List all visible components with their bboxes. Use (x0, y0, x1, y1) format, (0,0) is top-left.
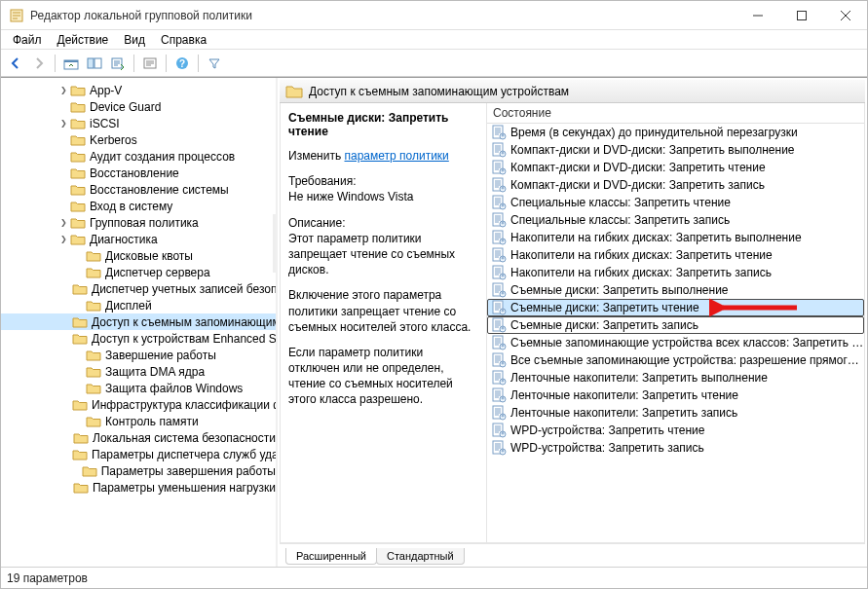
chevron-right-icon[interactable]: ❯ (57, 86, 70, 94)
tree-item[interactable]: Параметры уменьшения нагрузки (1, 479, 276, 496)
tree-item[interactable]: ❯Диагностика (1, 231, 276, 247)
policy-title: Съемные диски: Запретить чтение (288, 111, 476, 138)
policy-icon (491, 335, 507, 350)
folder-icon (70, 150, 86, 164)
tree-item[interactable]: Параметры завершения работы (1, 462, 276, 479)
tree-item[interactable]: Дисковые квоты (1, 247, 276, 264)
tree-item[interactable]: Защита файлов Windows (1, 380, 276, 396)
policy-list[interactable]: Состояние Время (в секундах) до принудит… (487, 103, 864, 542)
folder-icon (73, 431, 89, 445)
policy-item[interactable]: Специальные классы: Запретить запись (487, 211, 864, 229)
folder-icon (285, 84, 303, 99)
policy-label: Ленточные накопители: Запретить чтение (510, 388, 738, 402)
policy-icon (491, 125, 507, 140)
close-button[interactable] (823, 1, 867, 29)
policy-icon (491, 387, 507, 403)
policy-item[interactable]: Компакт-диски и DVD-диски: Запретить зап… (487, 176, 864, 194)
chevron-right-icon[interactable]: ❯ (57, 119, 70, 128)
folder-icon (86, 266, 101, 279)
chevron-right-icon[interactable]: ❯ (57, 235, 70, 243)
tree-item-label: Защита файлов Windows (105, 382, 243, 395)
tree-item[interactable]: ❯Групповая политика (1, 214, 276, 231)
maximize-button[interactable] (779, 1, 823, 29)
menu-view[interactable]: Вид (116, 32, 153, 48)
tree-item[interactable]: ❯App-V (1, 82, 276, 98)
menubar: Файл Действие Вид Справка (1, 30, 867, 50)
folder-icon (70, 166, 86, 180)
menu-action[interactable]: Действие (50, 32, 117, 48)
svg-rect-4 (88, 58, 94, 68)
tab-extended[interactable]: Расширенный (285, 548, 377, 565)
policy-item[interactable]: WPD-устройства: Запретить чтение (487, 422, 864, 439)
folder-icon (70, 233, 86, 246)
policy-item[interactable]: Ленточные накопители: Запретить чтение (487, 387, 864, 404)
tree-item[interactable]: Восстановление системы (1, 181, 276, 198)
svg-rect-5 (94, 58, 101, 68)
policy-item[interactable]: Съемные диски: Запретить выполнение (487, 281, 864, 299)
policy-item[interactable]: Время (в секундах) до принудительной пер… (487, 124, 864, 141)
policy-item[interactable]: Накопители на гибких дисках: Запретить з… (487, 264, 864, 281)
policy-item[interactable]: Компакт-диски и DVD-диски: Запретить вып… (487, 141, 864, 159)
tree-item[interactable]: Доступ к устройствам Enhanced Storage (1, 330, 276, 347)
tree-item[interactable]: Защита DMA ядра (1, 363, 276, 380)
folder-icon (72, 332, 88, 346)
app-icon (9, 8, 24, 23)
tree-item[interactable]: Восстановление (1, 165, 276, 181)
policy-item[interactable]: Компакт-диски и DVD-диски: Запретить чте… (487, 159, 864, 176)
folder-icon (72, 448, 88, 461)
tree-item[interactable]: Kerberos (1, 131, 276, 148)
policy-item[interactable]: WPD-устройства: Запретить запись (487, 439, 864, 457)
tree-item[interactable]: Параметры диспетчера служб удаленных раб… (1, 446, 276, 462)
policy-item[interactable]: Накопители на гибких дисках: Запретить в… (487, 229, 864, 246)
window: Редактор локальной групповой политики Фа… (0, 0, 868, 589)
properties-button[interactable] (139, 53, 161, 74)
nav-forward-button[interactable] (28, 53, 50, 74)
minimize-button[interactable] (736, 1, 779, 29)
tree-item[interactable]: Аудит создания процессов (1, 148, 276, 165)
folder-icon (70, 133, 86, 147)
show-hide-tree-button[interactable] (84, 53, 105, 74)
help-button[interactable]: ? (171, 53, 193, 74)
tree-item[interactable]: Диспетчер сервера (1, 264, 276, 280)
tree-item[interactable]: Доступ к съемным запоминающим устройства… (1, 313, 276, 330)
requirements-label: Требования: (288, 174, 357, 188)
tree-item[interactable]: Завершение работы (1, 347, 276, 363)
tree-item-label: Дисплей (105, 299, 152, 313)
tree-item[interactable]: Вход в систему (1, 198, 276, 214)
policy-label: Накопители на гибких дисках: Запретить в… (510, 231, 802, 244)
policy-item[interactable]: Специальные классы: Запретить чтение (487, 194, 864, 211)
tree-item[interactable]: Инфраструктура классификации файлов (1, 396, 276, 413)
tree-item[interactable]: Дисплей (1, 297, 276, 313)
policy-label: Специальные классы: Запретить запись (510, 213, 730, 227)
tree-item[interactable]: Диспетчер учетных записей безопасности (1, 280, 276, 297)
policy-icon (491, 282, 507, 298)
tab-standard[interactable]: Стандартный (376, 548, 465, 565)
policy-item[interactable]: Съемные диски: Запретить чтение (487, 299, 864, 316)
column-state[interactable]: Состояние (487, 103, 557, 123)
policy-item[interactable]: Ленточные накопители: Запретить выполнен… (487, 369, 864, 387)
tree-item[interactable]: Контроль памяти (1, 413, 276, 429)
tree-item[interactable]: ❯iSCSI (1, 115, 276, 131)
export-button[interactable] (107, 53, 129, 74)
policy-item[interactable]: Съемные запоминающие устройства всех кла… (487, 334, 864, 351)
up-button[interactable] (60, 53, 82, 74)
nav-back-button[interactable] (5, 53, 26, 74)
tree-item[interactable]: Локальная система безопасности (1, 429, 276, 446)
policy-item[interactable]: Все съемные запоминающие устройства: раз… (487, 351, 864, 369)
right-header-title: Доступ к съемным запоминающим устройства… (309, 85, 569, 98)
policy-item[interactable]: Съемные диски: Запретить запись (487, 316, 864, 334)
policy-item[interactable]: Накопители на гибких дисках: Запретить ч… (487, 246, 864, 264)
chevron-right-icon[interactable]: ❯ (57, 218, 70, 227)
menu-help[interactable]: Справка (153, 32, 214, 48)
tabstrip: Расширенный Стандартный (280, 543, 865, 565)
tree-item[interactable]: Device Guard (1, 98, 276, 115)
edit-policy-link[interactable]: параметр политики (344, 149, 448, 163)
policy-label: Съемные диски: Запретить запись (510, 318, 698, 332)
filter-button[interactable] (204, 53, 225, 74)
menu-file[interactable]: Файл (5, 32, 50, 48)
tree-item-label: Вход в систему (90, 200, 172, 213)
policy-item[interactable]: Ленточные накопители: Запретить запись (487, 404, 864, 422)
svg-rect-3 (64, 60, 78, 62)
tree-panel[interactable]: ❯App-VDevice Guard❯iSCSIKerberosАудит со… (1, 78, 278, 567)
policy-label: WPD-устройства: Запретить чтение (510, 423, 704, 437)
